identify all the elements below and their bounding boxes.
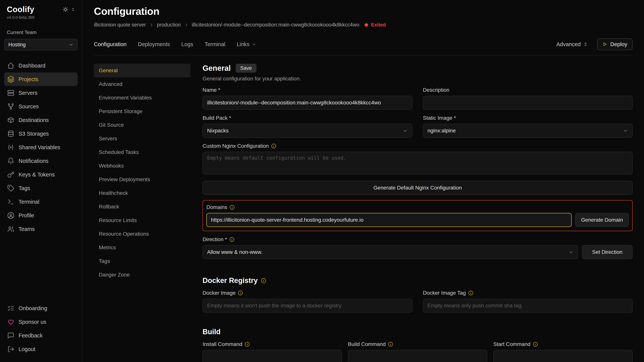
subnav-item-webhooks[interactable]: Webhooks xyxy=(94,159,190,173)
subnav-item-rollback[interactable]: Rollback xyxy=(94,200,190,214)
info-icon[interactable] xyxy=(244,342,250,347)
subnav-item-servers[interactable]: Servers xyxy=(94,132,190,145)
info-icon[interactable] xyxy=(533,342,538,347)
sidebar-item-destinations[interactable]: Destinations xyxy=(4,113,78,127)
static-image-select[interactable]: nginx:alpine xyxy=(423,124,633,138)
deploy-button[interactable]: Deploy xyxy=(597,38,633,50)
sidebar-item-dashboard[interactable]: Dashboard xyxy=(4,59,78,72)
sidebar-item-servers[interactable]: Servers xyxy=(4,86,78,100)
domains-input[interactable] xyxy=(206,213,572,227)
subnav-item-resource-limits[interactable]: Resource Limits xyxy=(94,214,190,227)
sidebar-item-keys-tokens[interactable]: Keys & Tokens xyxy=(4,168,78,181)
sidebar-item-feedback[interactable]: Feedback xyxy=(4,329,78,342)
tab-configuration[interactable]: Configuration xyxy=(94,41,127,47)
start-command-label: Start Command xyxy=(493,341,633,347)
install-command-input[interactable] xyxy=(202,350,342,362)
start-command-field: Start Command xyxy=(493,336,633,362)
breadcrumb-application[interactable]: illicitestonion/-module--decomposition:m… xyxy=(192,22,359,28)
sidebar-item-label: Notifications xyxy=(18,158,48,164)
advanced-menu[interactable]: Advanced xyxy=(556,41,588,47)
name-input[interactable] xyxy=(202,96,412,110)
tab-links[interactable]: Links xyxy=(237,41,256,47)
sidebar-item-teams[interactable]: Teams xyxy=(4,222,78,236)
sidebar-item-notifications[interactable]: Notifications xyxy=(4,154,78,168)
info-icon[interactable] xyxy=(238,290,243,296)
tab-terminal[interactable]: Terminal xyxy=(205,41,226,47)
theme-sun-icon[interactable] xyxy=(62,6,68,12)
sidebar-item-label: S3 Storages xyxy=(18,131,49,137)
tab-label: Logs xyxy=(181,41,193,47)
settings-subnav: General Advanced Environment Variables P… xyxy=(94,64,190,362)
sidebar-item-projects[interactable]: Projects xyxy=(4,72,78,86)
subnav-item-metrics[interactable]: Metrics xyxy=(94,241,190,254)
chevron-right-icon xyxy=(149,22,154,27)
sidebar-item-sponsor[interactable]: Sponsor us xyxy=(4,315,78,329)
sidebar-item-label: Tags xyxy=(18,185,30,191)
subnav-item-danger-zone[interactable]: Danger Zone xyxy=(94,268,190,282)
breadcrumb-environment[interactable]: production xyxy=(157,22,181,28)
subnav-item-persistent-storage[interactable]: Persistent Storage xyxy=(94,105,190,118)
docker-image-label: Docker Image xyxy=(202,290,412,296)
theme-unfold-icon[interactable] xyxy=(71,7,75,12)
direction-select[interactable]: Allow www & non-www. xyxy=(202,245,578,259)
save-button[interactable]: Save xyxy=(236,64,256,73)
chevron-down-icon xyxy=(68,42,74,47)
subnav-item-general[interactable]: General xyxy=(94,64,190,77)
subnav-item-preview-deployments[interactable]: Preview Deployments xyxy=(94,173,190,186)
info-icon[interactable] xyxy=(230,205,235,210)
coolify-app: Coolify v4.0.0-beta.399 Current Team Hos… xyxy=(0,0,644,362)
sidebar-item-tags[interactable]: Tags xyxy=(4,181,78,195)
set-direction-button[interactable]: Set Direction xyxy=(582,245,633,259)
breadcrumb-project[interactable]: illicitonion quote server xyxy=(94,22,146,28)
server-icon xyxy=(7,89,14,96)
subnav-item-environment-variables[interactable]: Environment Variables xyxy=(94,91,190,105)
subnav-item-resource-operations[interactable]: Resource Operations xyxy=(94,227,190,241)
sidebar-item-terminal[interactable]: Terminal xyxy=(4,195,78,209)
docker-image-input[interactable] xyxy=(202,299,412,313)
static-image-label: Static Image * xyxy=(423,115,633,121)
generate-domain-button[interactable]: Generate Domain xyxy=(575,213,629,227)
subnav-item-git-source[interactable]: Git Source xyxy=(94,118,190,132)
generate-nginx-config-button[interactable]: Generate Default Nginx Configuration xyxy=(202,181,633,195)
subnav-item-advanced[interactable]: Advanced xyxy=(94,77,190,91)
sidebar-item-label: Teams xyxy=(18,226,35,232)
terminal-icon xyxy=(7,198,14,205)
tab-logs[interactable]: Logs xyxy=(181,41,193,47)
subnav-item-scheduled-tasks[interactable]: Scheduled Tasks xyxy=(94,145,190,159)
info-icon[interactable] xyxy=(388,342,393,347)
info-icon[interactable] xyxy=(229,237,234,242)
current-team-label: Current Team xyxy=(7,29,78,35)
start-command-input[interactable] xyxy=(493,350,633,362)
docker-image-tag-input[interactable] xyxy=(423,299,633,313)
git-fork-icon xyxy=(7,103,14,110)
info-icon[interactable] xyxy=(271,143,276,149)
sidebar-item-shared-variables[interactable]: Shared Variables xyxy=(4,140,78,154)
info-icon[interactable] xyxy=(261,278,266,284)
app-logo: Coolify xyxy=(7,5,34,14)
sidebar-item-onboarding[interactable]: Onboarding xyxy=(4,302,78,315)
subnav-item-healthcheck[interactable]: Healthcheck xyxy=(94,186,190,200)
custom-nginx-config-textarea[interactable] xyxy=(202,152,633,174)
build-pack-select[interactable]: Nixpacks xyxy=(202,124,412,138)
tab-deployments[interactable]: Deployments xyxy=(138,41,170,47)
sidebar-item-profile[interactable]: Profile xyxy=(4,209,78,222)
sidebar-item-sources[interactable]: Sources xyxy=(4,100,78,113)
subnav-item-tags[interactable]: Tags xyxy=(94,254,190,268)
info-icon[interactable] xyxy=(468,290,474,296)
team-select[interactable]: Hosting xyxy=(4,39,78,50)
chevron-down-icon xyxy=(252,42,256,47)
sidebar-item-s3-storages[interactable]: S3 Storages xyxy=(4,127,78,140)
unfold-icon xyxy=(583,42,588,47)
section-subtitle: General configuration for your applicati… xyxy=(202,76,633,82)
description-input[interactable] xyxy=(423,96,633,110)
page-title: Configuration xyxy=(94,5,633,17)
user-circle-icon xyxy=(7,212,14,219)
direction-value: Allow www & non-www. xyxy=(207,249,262,255)
build-command-input[interactable] xyxy=(348,350,487,362)
sidebar-item-label: Dashboard xyxy=(18,63,46,69)
sidebar-item-logout[interactable]: Logout xyxy=(4,342,78,356)
status-dot xyxy=(364,23,368,27)
deploy-label: Deploy xyxy=(610,41,627,47)
static-image-field: Static Image * nginx:alpine xyxy=(423,110,633,138)
sidebar: Coolify v4.0.0-beta.399 Current Team Hos… xyxy=(0,0,82,362)
